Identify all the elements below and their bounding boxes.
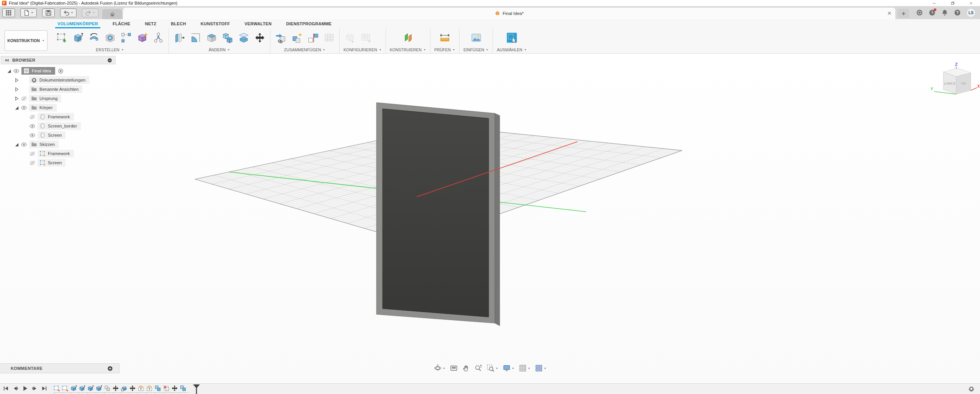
activate-component-radio[interactable] xyxy=(58,68,64,74)
timeline-feature[interactable] xyxy=(179,385,187,392)
top-right-icon-button[interactable] xyxy=(929,9,936,16)
visibility-eye-icon[interactable] xyxy=(29,132,36,139)
window-control-button[interactable] xyxy=(925,0,943,6)
playback-button[interactable] xyxy=(31,385,38,392)
quick-access-button[interactable] xyxy=(82,8,98,17)
timeline-feature[interactable] xyxy=(95,385,102,392)
comments-bar[interactable]: KOMMENTARE xyxy=(0,363,119,373)
timeline-feature[interactable] xyxy=(112,385,119,392)
ribbon-tool-button[interactable] xyxy=(506,31,519,45)
timeline-feature[interactable] xyxy=(171,385,178,392)
ribbon-tool-button[interactable] xyxy=(274,31,287,45)
viewcube-face-left[interactable]: LINKS xyxy=(944,81,955,85)
timeline-feature[interactable] xyxy=(137,385,144,392)
quick-access-button[interactable] xyxy=(60,8,77,17)
expand-arrow-icon[interactable] xyxy=(22,151,28,157)
timeline-feature[interactable] xyxy=(154,385,161,392)
expand-arrow-icon[interactable] xyxy=(22,123,28,129)
browser-row[interactable]: Skizzen xyxy=(1,140,116,149)
timeline-feature[interactable] xyxy=(87,385,94,392)
expand-arrow-icon[interactable] xyxy=(14,77,20,83)
ribbon-tool-button[interactable] xyxy=(205,31,218,45)
browser-row[interactable]: Framework xyxy=(1,112,116,121)
nav-tool-button[interactable] xyxy=(450,364,458,372)
expand-arrow-icon[interactable] xyxy=(22,160,28,166)
ribbon-group-label[interactable]: EINFÜGEN xyxy=(463,46,489,53)
visibility-eye-icon[interactable] xyxy=(29,160,36,166)
ribbon-tool-button[interactable] xyxy=(401,31,414,45)
visibility-eye-icon[interactable] xyxy=(13,68,20,74)
expand-arrow-icon[interactable] xyxy=(22,132,28,138)
nav-tool-button[interactable] xyxy=(535,364,546,372)
quick-access-button[interactable] xyxy=(42,8,55,17)
new-tab-button[interactable] xyxy=(898,9,909,18)
nav-tool-button[interactable] xyxy=(462,364,470,372)
ribbon-tab[interactable]: FLÄCHE xyxy=(113,19,130,28)
nav-tool-button[interactable] xyxy=(434,364,445,372)
home-tab[interactable] xyxy=(102,9,122,19)
visibility-eye-icon[interactable] xyxy=(21,95,27,102)
ribbon-tool-button[interactable] xyxy=(71,31,84,45)
ribbon-tool-button[interactable] xyxy=(103,31,116,45)
browser-row[interactable]: Screen_border xyxy=(1,121,116,131)
expand-arrow-icon[interactable] xyxy=(14,87,20,92)
nav-tool-button[interactable] xyxy=(474,364,482,372)
view-cube[interactable]: Z LINKS VORNE Y X xyxy=(929,54,980,105)
ribbon-tool-button[interactable] xyxy=(119,31,133,45)
timeline-feature[interactable] xyxy=(70,385,77,392)
ribbon-tool-button[interactable] xyxy=(360,31,373,45)
expand-arrow-icon[interactable] xyxy=(14,105,20,111)
browser-row[interactable]: Framework xyxy=(1,149,116,158)
workspace-selector[interactable]: KONSTRUKTION xyxy=(5,30,47,51)
quick-access-button[interactable] xyxy=(20,8,37,17)
browser-row[interactable]: Screen xyxy=(1,131,116,140)
nav-tool-button[interactable] xyxy=(486,364,498,372)
nav-tool-button[interactable] xyxy=(519,364,530,372)
window-control-button[interactable] xyxy=(962,0,980,6)
visibility-eye-icon[interactable] xyxy=(29,150,36,157)
ribbon-group-label[interactable]: PRÜFEN xyxy=(434,46,455,53)
top-right-icon-button[interactable] xyxy=(941,9,948,16)
ribbon-tool-button[interactable] xyxy=(470,31,483,45)
ribbon-tool-button[interactable] xyxy=(55,31,68,45)
ribbon-tool-button[interactable] xyxy=(173,31,186,45)
close-tab-icon[interactable] xyxy=(887,11,892,16)
viewport-canvas[interactable] xyxy=(0,54,980,383)
playback-button[interactable] xyxy=(12,385,19,392)
window-control-button[interactable] xyxy=(943,0,962,6)
timeline-settings-gear-icon[interactable] xyxy=(968,386,975,392)
ribbon-tab[interactable]: NETZ xyxy=(145,19,156,28)
expand-arrow-icon[interactable] xyxy=(14,96,20,101)
user-avatar[interactable]: LS xyxy=(967,8,975,17)
playback-button[interactable] xyxy=(2,385,9,392)
document-tab[interactable]: Final Idea* xyxy=(123,8,895,19)
ribbon-group-label[interactable]: AUSWÄHLEN xyxy=(497,46,527,53)
timeline-feature[interactable] xyxy=(53,385,60,392)
collapse-panel-icon[interactable] xyxy=(4,58,9,63)
ribbon-tool-button[interactable] xyxy=(87,31,100,45)
playback-button[interactable] xyxy=(21,385,28,392)
browser-row[interactable]: Dokumenteinstellungen xyxy=(1,75,116,85)
browser-row[interactable]: Ursprung xyxy=(1,94,116,103)
add-comment-icon[interactable] xyxy=(107,366,113,371)
timeline-feature[interactable] xyxy=(78,385,85,392)
nav-tool-button[interactable] xyxy=(502,364,514,372)
ribbon-tool-button[interactable] xyxy=(189,31,202,45)
browser-row[interactable]: Benannte Ansichten xyxy=(1,85,116,94)
ribbon-tool-button[interactable] xyxy=(152,31,165,45)
ribbon-tool-button[interactable] xyxy=(438,31,452,45)
ribbon-tab[interactable]: DIENSTPROGRAMME xyxy=(286,19,332,28)
ribbon-tool-button[interactable] xyxy=(253,31,266,45)
ribbon-tab[interactable]: VERWALTEN xyxy=(244,19,272,28)
ribbon-tool-button[interactable] xyxy=(344,31,357,45)
timeline-feature[interactable] xyxy=(129,385,136,392)
ribbon-tool-button[interactable] xyxy=(306,31,319,45)
visibility-eye-icon[interactable] xyxy=(29,114,36,120)
ribbon-tool-button[interactable] xyxy=(221,31,234,45)
viewcube-face-right[interactable]: VORNE xyxy=(961,82,966,85)
visibility-eye-icon[interactable] xyxy=(21,141,27,148)
ribbon-group-label[interactable]: KONSTRUIEREN xyxy=(390,46,426,53)
ribbon-tool-button[interactable] xyxy=(322,31,335,45)
visibility-eye-icon[interactable] xyxy=(21,77,27,83)
ribbon-group-label[interactable]: ZUSAMMENFÜGEN xyxy=(274,46,335,53)
